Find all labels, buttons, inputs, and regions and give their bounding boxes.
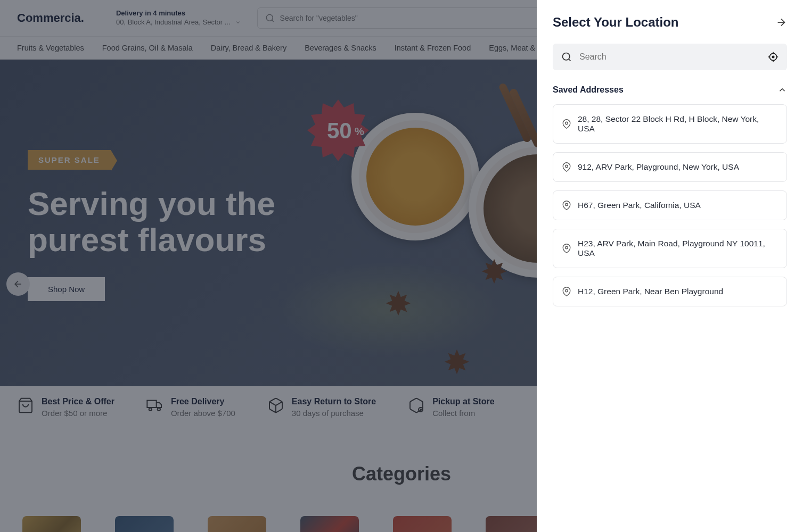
svg-point-21	[566, 203, 568, 206]
svg-point-22	[566, 246, 568, 249]
search-icon	[561, 52, 572, 62]
pin-icon	[562, 162, 571, 172]
svg-point-23	[566, 289, 568, 292]
address-text: 912, ARV Park, Playground, New York, USA	[578, 162, 739, 172]
svg-point-11	[563, 53, 570, 60]
address-text: H12, Green Park, Near Ben Playground	[578, 287, 723, 296]
location-search-input[interactable]	[579, 52, 760, 62]
saved-addresses-toggle[interactable]: Saved Addresses	[553, 85, 787, 95]
address-item[interactable]: H12, Green Park, Near Ben Playground	[553, 277, 787, 306]
svg-point-20	[566, 165, 568, 168]
address-text: H23, ARV Park, Main Road, Playground NY …	[578, 239, 778, 258]
pin-icon	[562, 287, 571, 296]
address-item[interactable]: 28, 28, Sector 22 Block H Rd, H Block, N…	[553, 104, 787, 144]
chevron-up-icon	[777, 85, 787, 95]
panel-title: Select Your Location	[553, 15, 679, 30]
address-list: 28, 28, Sector 22 Block H Rd, H Block, N…	[553, 104, 787, 306]
address-text: H67, Green Park, California, USA	[578, 201, 701, 210]
address-text: 28, 28, Sector 22 Block H Rd, H Block, N…	[578, 114, 778, 134]
location-panel: Select Your Location Saved Addresses 28,…	[537, 0, 803, 532]
close-arrow-icon[interactable]	[775, 16, 787, 28]
gps-icon[interactable]	[768, 52, 779, 62]
pin-icon	[562, 244, 571, 253]
pin-icon	[562, 119, 571, 129]
pin-icon	[562, 201, 571, 210]
location-search[interactable]	[553, 44, 787, 70]
saved-addresses-label: Saved Addresses	[553, 85, 624, 95]
svg-line-12	[569, 59, 571, 61]
panel-header: Select Your Location	[553, 15, 787, 30]
address-item[interactable]: H67, Green Park, California, USA	[553, 190, 787, 220]
address-item[interactable]: H23, ARV Park, Main Road, Playground NY …	[553, 229, 787, 268]
svg-point-19	[566, 122, 568, 124]
address-item[interactable]: 912, ARV Park, Playground, New York, USA	[553, 152, 787, 182]
svg-point-13	[772, 56, 775, 59]
